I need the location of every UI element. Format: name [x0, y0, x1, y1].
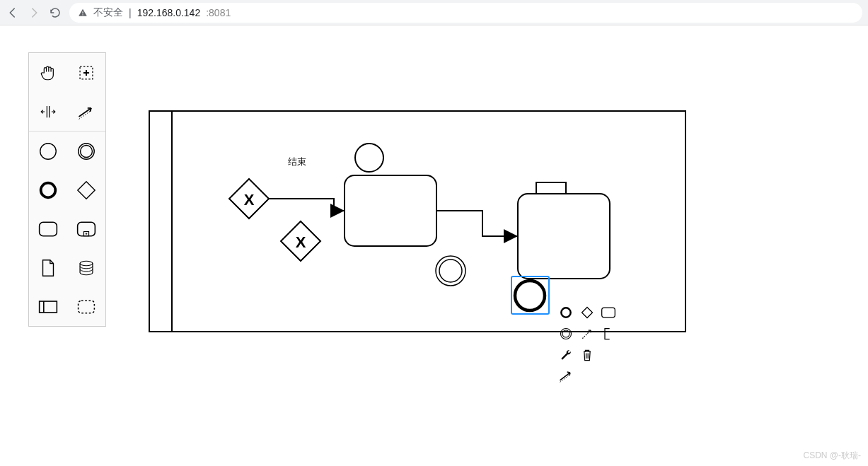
selection-outline	[511, 276, 550, 315]
data-object-tool[interactable]	[29, 248, 67, 287]
gateway-1[interactable]: X	[229, 179, 269, 219]
space-tool[interactable]	[29, 92, 67, 131]
svg-rect-0	[82, 11, 83, 13]
group-tool[interactable]	[67, 287, 105, 326]
flow-1[interactable]	[269, 199, 345, 211]
end-event-label[interactable]: 结束	[288, 156, 306, 168]
svg-rect-7	[40, 222, 57, 235]
connect-tool[interactable]	[67, 92, 105, 131]
lasso-tool[interactable]	[67, 53, 105, 92]
address-host: 192.168.0.142	[137, 7, 201, 18]
svg-rect-13	[79, 301, 95, 313]
data-store-tool[interactable]	[67, 248, 105, 287]
pad-task[interactable]	[600, 304, 617, 321]
address-port: :8081	[206, 7, 231, 18]
end-event-tool[interactable]	[29, 170, 67, 209]
pad-connect-arrow[interactable]	[557, 368, 574, 385]
pad-wrench[interactable]	[557, 346, 574, 363]
context-pad	[557, 304, 617, 385]
svg-rect-1	[82, 14, 83, 15]
editor-stage[interactable]: X X	[0, 25, 868, 466]
start-event-tool[interactable]	[29, 132, 67, 170]
intermediate-event-tool[interactable]	[67, 132, 105, 170]
reload-button[interactable]	[48, 6, 62, 20]
gateway-1-letter: X	[244, 191, 255, 209]
gateway-2-letter: X	[296, 233, 306, 251]
gateway-tool[interactable]	[67, 170, 105, 209]
address-bar[interactable]: 不安全 | 192.168.0.142:8081	[69, 3, 862, 23]
tool-palette	[28, 52, 106, 327]
forward-button[interactable]	[27, 6, 41, 20]
browser-chrome: 不安全 | 192.168.0.142:8081	[0, 0, 868, 25]
svg-point-19	[561, 308, 570, 317]
participant-pool[interactable]: X X	[149, 110, 686, 332]
gateway-2[interactable]: X	[281, 221, 320, 261]
task-tool[interactable]	[29, 209, 67, 248]
svg-point-10	[80, 261, 93, 266]
watermark: CSDN @-耿瑞-	[803, 450, 861, 462]
pad-gateway[interactable]	[579, 304, 596, 321]
svg-point-6	[41, 182, 56, 197]
svg-rect-20	[602, 308, 615, 318]
subprocess-1[interactable]	[518, 182, 610, 279]
svg-point-3	[40, 143, 57, 159]
pad-text-annotation[interactable]	[600, 325, 617, 342]
separator: |	[129, 7, 132, 18]
warning-icon	[78, 8, 88, 18]
diagram-canvas[interactable]: X X	[150, 112, 688, 334]
pad-connect-dashed[interactable]	[579, 325, 596, 342]
subprocess-tool[interactable]	[67, 209, 105, 248]
task-1[interactable]	[345, 175, 436, 246]
svg-point-5	[81, 145, 93, 157]
pad-end-event[interactable]	[557, 304, 574, 321]
pad-empty-1	[600, 346, 617, 363]
intermediate-event-1[interactable]	[436, 256, 465, 286]
svg-point-16	[436, 256, 465, 286]
participant-tool[interactable]	[29, 287, 67, 326]
hand-tool[interactable]	[29, 53, 67, 92]
flow-2[interactable]	[436, 211, 518, 236]
boundary-event[interactable]	[355, 144, 383, 172]
insecure-label: 不安全	[93, 6, 123, 19]
pad-trash[interactable]	[579, 346, 596, 363]
svg-rect-15	[518, 194, 610, 279]
back-button[interactable]	[6, 6, 20, 20]
svg-rect-11	[40, 301, 57, 313]
pad-intermediate-event[interactable]	[557, 325, 574, 342]
svg-point-22	[562, 330, 569, 337]
